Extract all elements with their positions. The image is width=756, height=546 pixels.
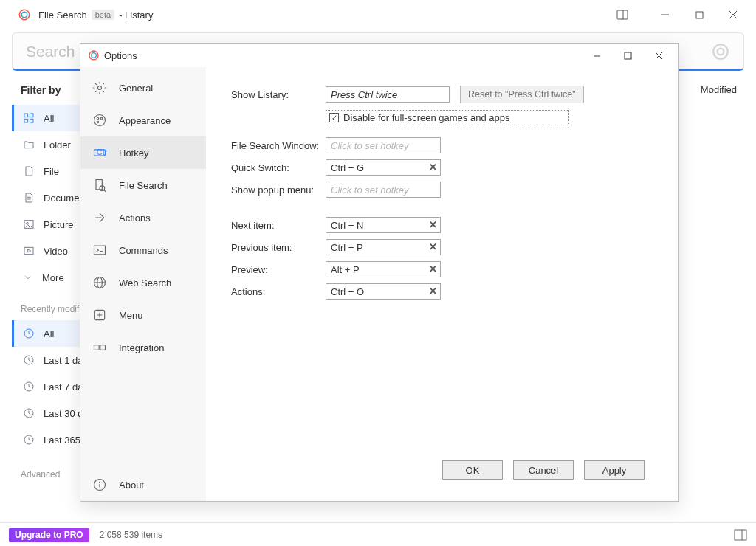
dialog-maximize-button[interactable] bbox=[612, 45, 643, 66]
svg-line-41 bbox=[104, 190, 106, 193]
svg-rect-48 bbox=[100, 345, 106, 350]
dialog-minimize-button[interactable] bbox=[581, 45, 612, 66]
nav-commands[interactable]: Commands bbox=[80, 234, 206, 266]
clear-icon[interactable]: ✕ bbox=[429, 219, 437, 230]
clear-icon[interactable]: ✕ bbox=[429, 286, 437, 297]
svg-rect-2 bbox=[617, 10, 628, 19]
beta-badge: beta bbox=[92, 10, 114, 20]
dialog-nav: General Appearance CtrlHotkey File Searc… bbox=[80, 67, 206, 501]
dialog-body: General Appearance CtrlHotkey File Searc… bbox=[80, 67, 678, 501]
disable-fullscreen-checkbox[interactable]: ✓ Disable for full-screen games and apps bbox=[326, 110, 569, 125]
apply-button[interactable]: Apply bbox=[584, 460, 645, 480]
show-listary-label: Show Listary: bbox=[231, 89, 326, 100]
window-title: File Search beta - Listary bbox=[38, 10, 153, 21]
file-search-window-input[interactable]: Click to set hotkey bbox=[326, 137, 441, 153]
svg-text:Ctrl: Ctrl bbox=[97, 148, 107, 156]
dialog-footer: OK Cancel Apply bbox=[231, 451, 659, 489]
svg-point-17 bbox=[27, 222, 29, 224]
panel-toggle-icon[interactable] bbox=[734, 529, 747, 541]
svg-rect-18 bbox=[24, 247, 33, 254]
show-listary-input[interactable]: Press Ctrl twice bbox=[326, 86, 450, 103]
nav-general[interactable]: General bbox=[80, 72, 206, 104]
title-suffix: - Listary bbox=[119, 10, 153, 21]
dialog-logo-icon bbox=[88, 49, 100, 61]
nav-menu[interactable]: Menu bbox=[80, 299, 206, 331]
close-button[interactable] bbox=[716, 3, 750, 27]
checkbox-icon: ✓ bbox=[329, 113, 339, 122]
actions-input[interactable]: Ctrl + O✕ bbox=[326, 283, 441, 300]
quick-switch-label: Quick Switch: bbox=[231, 162, 326, 173]
preview-label: Preview: bbox=[231, 264, 326, 275]
maximize-button[interactable] bbox=[682, 3, 716, 27]
clear-icon[interactable]: ✕ bbox=[429, 162, 437, 173]
svg-rect-29 bbox=[625, 52, 631, 59]
preview-input[interactable]: Alt + P✕ bbox=[326, 261, 441, 277]
svg-point-36 bbox=[97, 121, 99, 123]
nav-actions[interactable]: Actions bbox=[80, 201, 206, 234]
clear-icon[interactable]: ✕ bbox=[429, 263, 437, 274]
popup-menu-label: Show popup menu: bbox=[231, 184, 326, 196]
svg-rect-47 bbox=[94, 345, 100, 350]
item-count: 2 058 539 items bbox=[100, 530, 162, 540]
nav-web-search[interactable]: Web Search bbox=[80, 266, 206, 299]
svg-point-8 bbox=[713, 44, 728, 59]
nav-hotkey[interactable]: CtrlHotkey bbox=[80, 136, 206, 169]
svg-point-26 bbox=[89, 51, 98, 60]
svg-point-27 bbox=[92, 53, 97, 58]
titlebar: File Search beta - Listary bbox=[0, 0, 756, 30]
svg-point-52 bbox=[100, 482, 100, 483]
dialog-titlebar: Options bbox=[80, 44, 678, 67]
svg-point-35 bbox=[100, 117, 103, 120]
clear-icon[interactable]: ✕ bbox=[429, 241, 437, 252]
svg-rect-42 bbox=[94, 246, 106, 255]
svg-point-32 bbox=[98, 86, 102, 90]
nav-file-search[interactable]: File Search bbox=[80, 169, 206, 201]
dialog-title: Options bbox=[104, 50, 137, 61]
next-item-label: Next item: bbox=[231, 220, 326, 231]
window-controls bbox=[605, 3, 750, 27]
ok-button[interactable]: OK bbox=[442, 460, 503, 480]
statusbar: Upgrade to PRO 2 058 539 items bbox=[0, 522, 756, 546]
previous-item-input[interactable]: Ctrl + P✕ bbox=[326, 239, 441, 255]
svg-rect-10 bbox=[24, 114, 28, 117]
file-search-window-label: File Search Window: bbox=[231, 140, 326, 151]
svg-rect-24 bbox=[735, 530, 746, 540]
svg-rect-13 bbox=[30, 119, 33, 122]
svg-point-33 bbox=[94, 115, 106, 126]
dialog-content: Show Listary: Press Ctrl twice Reset to … bbox=[206, 67, 678, 501]
next-item-input[interactable]: Ctrl + N✕ bbox=[326, 217, 441, 233]
search-logo-icon bbox=[711, 42, 730, 61]
upgrade-button[interactable]: Upgrade to PRO bbox=[9, 528, 89, 542]
popup-menu-input[interactable]: Click to set hotkey bbox=[326, 182, 441, 198]
nav-integration[interactable]: Integration bbox=[80, 331, 206, 364]
cancel-button[interactable]: Cancel bbox=[513, 460, 574, 480]
svg-point-9 bbox=[718, 48, 724, 55]
svg-point-34 bbox=[97, 117, 99, 120]
svg-point-0 bbox=[19, 10, 30, 20]
previous-item-label: Previous item: bbox=[231, 242, 326, 253]
minimize-button[interactable] bbox=[648, 3, 682, 27]
svg-rect-39 bbox=[96, 180, 102, 190]
svg-point-1 bbox=[21, 12, 27, 18]
col-modified[interactable]: Modified bbox=[701, 84, 737, 522]
options-dialog: Options General Appearance CtrlHotkey Fi… bbox=[80, 43, 679, 502]
nav-appearance[interactable]: Appearance bbox=[80, 104, 206, 136]
actions-label: Actions: bbox=[231, 286, 326, 297]
quick-switch-input[interactable]: Ctrl + G✕ bbox=[326, 159, 441, 176]
svg-rect-5 bbox=[696, 12, 703, 18]
svg-rect-11 bbox=[30, 114, 33, 117]
app-logo-icon bbox=[18, 8, 31, 21]
nav-about[interactable]: About bbox=[80, 469, 206, 501]
title-prefix: File Search bbox=[38, 10, 87, 21]
svg-rect-12 bbox=[24, 119, 28, 122]
reset-button[interactable]: Reset to "Press Ctrl twice" bbox=[460, 86, 584, 103]
dialog-close-button[interactable] bbox=[643, 45, 674, 66]
compact-mode-button[interactable] bbox=[605, 3, 639, 27]
